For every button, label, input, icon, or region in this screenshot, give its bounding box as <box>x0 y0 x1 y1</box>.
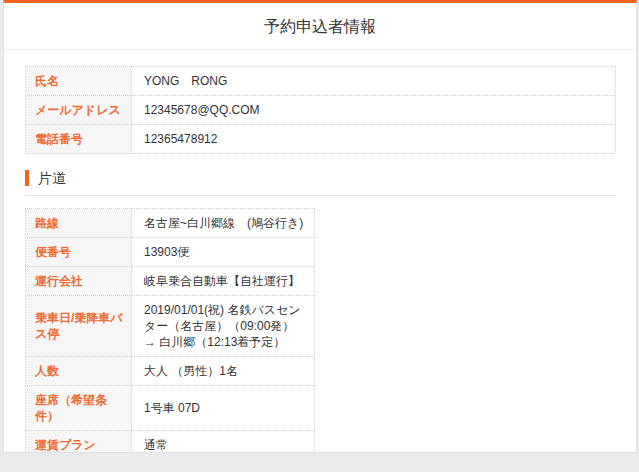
row-label: メールアドレス <box>26 96 132 125</box>
trip-info-table: 路線 名古屋~白川郷線 (鳩谷行き) 便番号 13903便 運行会社 岐阜乗合自… <box>25 208 315 453</box>
row-value: 12365478912 <box>132 125 616 154</box>
row-label: 運賃プラン <box>26 431 132 454</box>
table-row: 便番号 13903便 <box>26 238 315 267</box>
row-value: 2019/01/01(祝) 名鉄バスセンター（名古屋）（09:00発）→ 白川郷… <box>132 296 315 357</box>
row-value: 1号車 07D <box>132 386 315 431</box>
row-label: 座席（希望条件） <box>26 386 132 431</box>
row-label: 乗車日/乗降車バス停 <box>26 296 132 357</box>
row-value: YONG RONG <box>132 67 616 96</box>
applicant-info-table: 氏名 YONG RONG メールアドレス 12345678@QQ.COM 電話番… <box>25 66 616 154</box>
table-row: メールアドレス 12345678@QQ.COM <box>26 96 616 125</box>
table-row: 氏名 YONG RONG <box>26 67 616 96</box>
page-title: 予約申込者情報 <box>4 3 636 50</box>
table-row: 路線 名古屋~白川郷線 (鳩谷行き) <box>26 209 315 238</box>
section-heading-oneway: 片道 <box>25 170 616 196</box>
row-label: 便番号 <box>26 238 132 267</box>
row-value: 13903便 <box>132 238 315 267</box>
table-row: 座席（希望条件） 1号車 07D <box>26 386 315 431</box>
section-title: 片道 <box>25 170 616 186</box>
row-value: 岐阜乗合自動車【自社運行】 <box>132 267 315 296</box>
table-row: 運賃プラン 通常 <box>26 431 315 454</box>
card-content: 氏名 YONG RONG メールアドレス 12345678@QQ.COM 電話番… <box>4 50 636 453</box>
row-value: 通常 <box>132 431 315 454</box>
row-value: 大人 （男性）1名 <box>132 357 315 386</box>
row-label: 運行会社 <box>26 267 132 296</box>
reservation-info-card: 予約申込者情報 氏名 YONG RONG メールアドレス 12345678@QQ… <box>3 0 637 453</box>
table-row: 人数 大人 （男性）1名 <box>26 357 315 386</box>
row-label: 人数 <box>26 357 132 386</box>
table-row: 運行会社 岐阜乗合自動車【自社運行】 <box>26 267 315 296</box>
table-row: 乗車日/乗降車バス停 2019/01/01(祝) 名鉄バスセンター（名古屋）（0… <box>26 296 315 357</box>
row-label: 電話番号 <box>26 125 132 154</box>
row-label: 氏名 <box>26 67 132 96</box>
row-label: 路線 <box>26 209 132 238</box>
table-row: 電話番号 12365478912 <box>26 125 616 154</box>
row-value: 名古屋~白川郷線 (鳩谷行き) <box>132 209 315 238</box>
row-value: 12345678@QQ.COM <box>132 96 616 125</box>
trip-table-wrap: 路線 名古屋~白川郷線 (鳩谷行き) 便番号 13903便 運行会社 岐阜乗合自… <box>25 208 616 453</box>
